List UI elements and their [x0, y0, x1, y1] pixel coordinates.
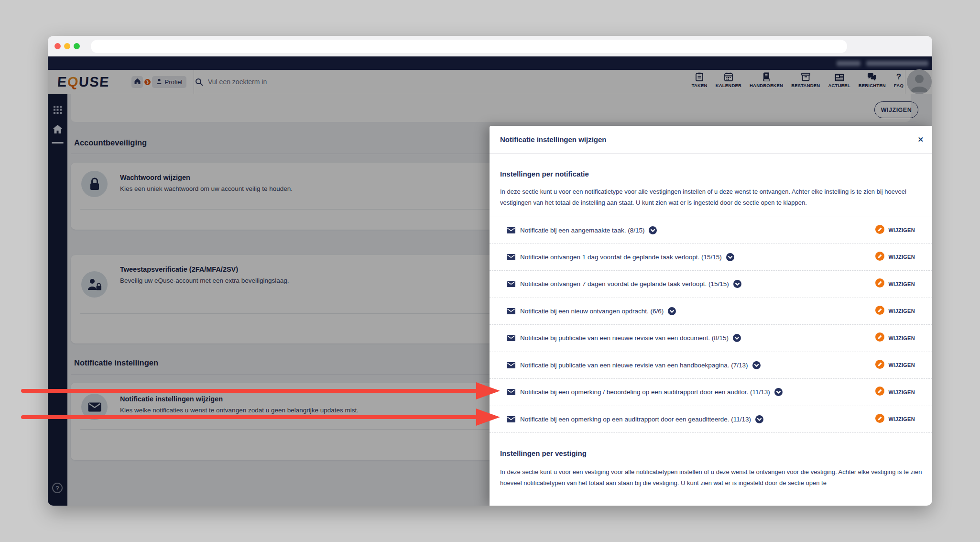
notification-row[interactable]: Notificatie ontvangen 1 dag voordat de g…: [490, 244, 932, 271]
browser-chrome: [48, 36, 932, 56]
chevron-down-circle-icon[interactable]: [668, 307, 676, 315]
per-vestiging-description: In deze sectie kunt u voor een vestiging…: [500, 466, 924, 488]
maximize-window-button[interactable]: [74, 43, 80, 49]
chevron-down-circle-icon[interactable]: [726, 253, 734, 261]
notification-row[interactable]: Notificatie ontvangen 7 dagen voordat de…: [490, 271, 932, 298]
notification-row-label: Notificatie bij een opmerking op een aud…: [520, 416, 751, 423]
envelope-icon: [507, 362, 515, 368]
edit-pencil-icon: [875, 252, 884, 263]
row-wijzigen-button[interactable]: WIJZIGEN: [875, 225, 915, 236]
notification-row-label: Notificatie ontvangen 1 dag voordat de g…: [520, 254, 722, 261]
chevron-down-circle-icon[interactable]: [752, 361, 761, 369]
row-wijzigen-button[interactable]: WIJZIGEN: [875, 278, 915, 289]
per-notificatie-heading: Instellingen per notificatie: [500, 170, 589, 178]
envelope-icon: [507, 227, 515, 233]
envelope-icon: [507, 254, 515, 260]
notification-row[interactable]: Notificatie bij publicatie van een nieuw…: [490, 352, 932, 379]
envelope-icon: [507, 416, 515, 422]
notification-row-label: Notificatie bij publicatie van een nieuw…: [520, 334, 729, 342]
per-notificatie-description: In deze sectie kunt u voor een notificat…: [500, 186, 924, 208]
annotation-arrow-2: [21, 409, 500, 426]
envelope-icon: [507, 389, 515, 395]
row-wijzigen-label: WIJZIGEN: [888, 416, 915, 422]
envelope-icon: [507, 308, 515, 314]
notification-row[interactable]: Notificatie bij een opmerking / beoordel…: [490, 379, 932, 406]
close-icon[interactable]: ✕: [917, 135, 924, 144]
row-wijzigen-button[interactable]: WIJZIGEN: [875, 414, 915, 425]
envelope-icon: [507, 281, 515, 287]
screenshot-stage: EQUSE ❯ Profiel Vul een zoekterm in: [0, 0, 980, 542]
notification-row-label: Notificatie bij een aangemaakte taak. (8…: [520, 227, 644, 234]
row-wijzigen-label: WIJZIGEN: [888, 281, 915, 287]
row-wijzigen-label: WIJZIGEN: [888, 335, 915, 341]
notification-row[interactable]: Notificatie bij een opmerking op een aud…: [490, 406, 932, 433]
chevron-down-circle-icon[interactable]: [755, 415, 763, 423]
notification-row-label: Notificatie bij een nieuw ontvangen opdr…: [520, 308, 664, 315]
edit-pencil-icon: [875, 278, 884, 289]
notification-row[interactable]: Notificatie bij een nieuw ontvangen opdr…: [490, 298, 932, 325]
annotation-arrow-1: [21, 382, 500, 399]
notification-row[interactable]: Notificatie bij een aangemaakte taak. (8…: [490, 217, 932, 244]
chevron-down-circle-icon[interactable]: [733, 280, 741, 288]
modal-title: Notificatie instellingen wijzigen: [500, 135, 607, 144]
url-bar[interactable]: [91, 40, 847, 53]
notification-row-label: Notificatie bij een opmerking / beoordel…: [520, 388, 770, 396]
chevron-down-circle-icon[interactable]: [649, 226, 657, 234]
minimize-window-button[interactable]: [64, 43, 70, 49]
chevron-down-circle-icon[interactable]: [733, 334, 741, 342]
edit-pencil-icon: [875, 332, 884, 343]
row-wijzigen-button[interactable]: WIJZIGEN: [875, 252, 915, 263]
row-wijzigen-label: WIJZIGEN: [888, 362, 915, 368]
row-wijzigen-button[interactable]: WIJZIGEN: [875, 332, 915, 343]
edit-pencil-icon: [875, 414, 884, 425]
notification-row-label: Notificatie ontvangen 7 dagen voordat de…: [520, 280, 729, 288]
edit-pencil-icon: [875, 387, 884, 398]
close-window-button[interactable]: [54, 43, 61, 49]
row-wijzigen-button[interactable]: WIJZIGEN: [875, 360, 915, 371]
notification-row-label: Notificatie bij publicatie van een nieuw…: [520, 362, 748, 369]
edit-pencil-icon: [875, 360, 884, 371]
notification-rows: Notificatie bij een aangemaakte taak. (8…: [490, 217, 932, 433]
edit-pencil-icon: [875, 306, 884, 317]
edit-pencil-icon: [875, 225, 884, 236]
notification-row[interactable]: Notificatie bij publicatie van een nieuw…: [490, 325, 932, 352]
chevron-down-circle-icon[interactable]: [774, 388, 783, 396]
row-wijzigen-button[interactable]: WIJZIGEN: [875, 387, 915, 398]
row-wijzigen-label: WIJZIGEN: [888, 389, 915, 395]
row-wijzigen-label: WIJZIGEN: [888, 227, 915, 233]
per-vestiging-heading: Instellingen per vestiging: [500, 449, 587, 457]
row-wijzigen-button[interactable]: WIJZIGEN: [875, 306, 915, 317]
browser-window: EQUSE ❯ Profiel Vul een zoekterm in: [48, 36, 932, 506]
envelope-icon: [507, 335, 515, 341]
notification-settings-modal: Notificatie instellingen wijzigen ✕ Inst…: [490, 126, 932, 506]
row-wijzigen-label: WIJZIGEN: [888, 254, 915, 260]
row-wijzigen-label: WIJZIGEN: [888, 308, 915, 314]
modal-divider: [490, 153, 932, 154]
